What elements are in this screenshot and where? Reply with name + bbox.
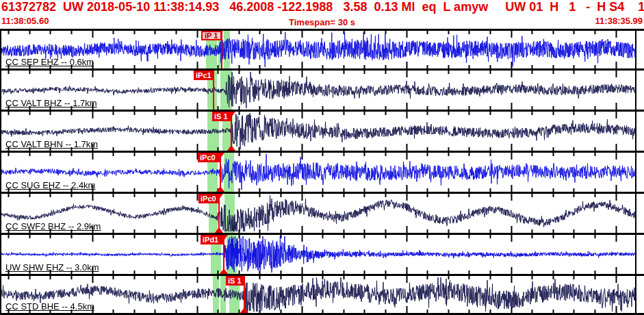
window-end-time: 11:38:35.99 <box>595 16 643 26</box>
pick-flag-label: iS 1 <box>214 112 228 121</box>
pick-marker-triangle <box>220 268 228 274</box>
pick-flag-label: iPc0 <box>200 153 216 162</box>
seismogram-review-window: 61372782 UW 2018-05-10 11:38:14.93 46.20… <box>0 0 644 315</box>
trace-label: CC SWF2 BHZ -- 2.9km <box>5 221 101 231</box>
trace-panel-stack: iP 1 CC SEP EHZ -- 0.6km iPc1 CC VALT BH… <box>0 29 644 315</box>
trace-label: UW SHW EHZ -- 3.0km <box>5 262 99 273</box>
window-start-time: 11:38:05.60 <box>1 16 49 26</box>
trace-panel[interactable]: iPc1 CC VALT BHZ -- 1.7km <box>0 68 644 110</box>
pick-flag-label: iPc1 <box>196 71 211 79</box>
pick-flag[interactable]: iPd1 <box>201 235 224 244</box>
pick-marker-triangle <box>215 227 223 233</box>
trace-panel[interactable]: iS 1 CC STD BHE -- 4.5km <box>0 274 644 315</box>
plot-right-border <box>635 29 636 315</box>
trace-label: CC SUG EHZ -- 2.4km <box>5 180 95 190</box>
pick-flag[interactable]: iS 1 <box>226 276 244 286</box>
trace-panel[interactable]: iPc0 CC SWF2 BHZ -- 2.9km <box>0 192 644 233</box>
pick-flag[interactable]: iP 1 <box>201 31 222 40</box>
pick-flag[interactable]: iS 1 <box>212 112 231 121</box>
trace-panel[interactable]: iP 1 CC SEP EHZ -- 0.6km <box>0 29 644 68</box>
pick-flag-label: iPc0 <box>201 194 216 203</box>
trace-label: CC SEP EHZ -- 0.6km <box>5 57 94 67</box>
event-summary-header: 61372782 UW 2018-05-10 11:38:14.93 46.20… <box>0 0 644 15</box>
waveform-canvas[interactable] <box>0 31 636 68</box>
pick-flag-label: iS 1 <box>228 277 242 285</box>
pick-flag-label: iPd1 <box>203 236 218 244</box>
pick-flag-label: iP 1 <box>205 32 218 40</box>
trace-panel[interactable]: iPc0 CC SUG EHZ -- 2.4km <box>0 151 644 192</box>
waveform-canvas[interactable] <box>0 276 636 313</box>
pick-flag[interactable]: iPc1 <box>194 71 214 80</box>
trace-label: CC STD BHE -- 4.5km <box>5 301 94 312</box>
trace-label: CC VALT BHZ -- 1.7km <box>5 98 97 108</box>
trace-panel[interactable]: iPd1 UW SHW EHZ -- 3.0km <box>0 233 644 274</box>
pick-flag[interactable]: iPc0 <box>198 153 220 162</box>
trace-label: CC VALT BHN -- 1.7km <box>5 139 98 149</box>
plot-left-border <box>0 29 1 315</box>
pick-marker-triangle <box>216 186 224 192</box>
pick-marker-triangle <box>227 145 235 151</box>
time-axis-header: 11:38:05.60 Timespan= 30 s 11:38:35.99 <box>0 15 644 29</box>
pick-marker-triangle <box>240 307 248 313</box>
pick-flag[interactable]: iPc0 <box>198 194 219 203</box>
waveform-canvas[interactable] <box>0 153 636 192</box>
timespan-label: Timespan= 30 s <box>289 17 355 27</box>
trace-panel[interactable]: iS 1 CC VALT BHN -- 1.7km <box>0 110 644 151</box>
